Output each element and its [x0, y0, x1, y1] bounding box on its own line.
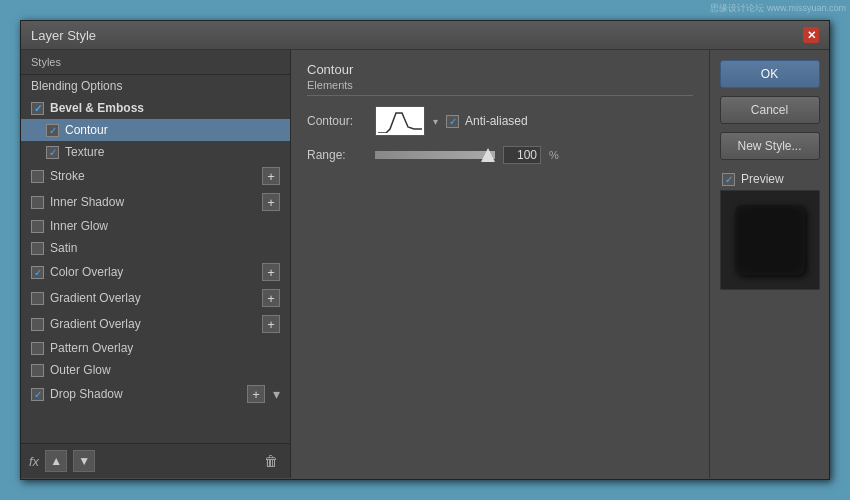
range-unit: %	[549, 149, 559, 161]
color-overlay-label: Color Overlay	[50, 265, 123, 279]
contour-preview[interactable]	[375, 106, 425, 136]
close-button[interactable]: ✕	[803, 27, 819, 43]
anti-alias-checkbox[interactable]	[446, 115, 459, 128]
left-panel-footer: fx ▲ ▼ 🗑	[21, 443, 290, 478]
contour-dropdown-arrow[interactable]: ▾	[433, 116, 438, 127]
stroke-label: Stroke	[50, 169, 85, 183]
bevel-emboss-label: Bevel & Emboss	[50, 101, 144, 115]
gradient-overlay-2-label: Gradient Overlay	[50, 317, 141, 331]
delete-button[interactable]: 🗑	[260, 450, 282, 472]
outer-glow-checkbox[interactable]	[31, 364, 44, 377]
gradient-overlay-1-checkbox[interactable]	[31, 292, 44, 305]
sidebar-item-pattern-overlay[interactable]: Pattern Overlay	[21, 337, 290, 359]
preview-label: Preview	[741, 172, 784, 186]
range-slider[interactable]	[375, 151, 495, 159]
styles-header: Styles	[21, 50, 290, 75]
contour-curve-svg	[378, 109, 422, 133]
drop-shadow-add-button[interactable]: +	[247, 385, 265, 403]
inner-shadow-label: Inner Shadow	[50, 195, 124, 209]
blending-options-label: Blending Options	[31, 79, 122, 93]
sidebar-item-inner-glow[interactable]: Inner Glow	[21, 215, 290, 237]
preview-section: Preview	[718, 172, 821, 290]
sidebar-item-outer-glow[interactable]: Outer Glow	[21, 359, 290, 381]
satin-label: Satin	[50, 241, 77, 255]
contour-field-label: Contour:	[307, 114, 367, 128]
sidebar-item-satin[interactable]: Satin	[21, 237, 290, 259]
stroke-checkbox[interactable]	[31, 170, 44, 183]
right-panel: OK Cancel New Style... Preview	[709, 50, 829, 478]
move-down-button[interactable]: ▼	[73, 450, 95, 472]
sidebar-item-gradient-overlay-1[interactable]: Gradient Overlay +	[21, 285, 290, 311]
pattern-overlay-label: Pattern Overlay	[50, 341, 133, 355]
contour-checkbox[interactable]	[46, 124, 59, 137]
preview-canvas	[720, 190, 820, 290]
sidebar-item-bevel-emboss[interactable]: Bevel & Emboss	[21, 97, 290, 119]
dialog-titlebar: Layer Style ✕	[21, 21, 829, 50]
satin-checkbox[interactable]	[31, 242, 44, 255]
layer-style-dialog: Layer Style ✕ Styles Blending Options Be…	[20, 20, 830, 480]
sidebar-item-drop-shadow[interactable]: Drop Shadow + ▾	[21, 381, 290, 407]
sidebar-item-stroke[interactable]: Stroke +	[21, 163, 290, 189]
drop-shadow-expand[interactable]: ▾	[273, 386, 280, 402]
texture-label: Texture	[65, 145, 104, 159]
range-track	[375, 151, 495, 159]
sidebar-item-blending-options[interactable]: Blending Options	[21, 75, 290, 97]
gradient-overlay-1-label: Gradient Overlay	[50, 291, 141, 305]
inner-glow-label: Inner Glow	[50, 219, 108, 233]
sidebar-item-inner-shadow[interactable]: Inner Shadow +	[21, 189, 290, 215]
anti-alias-label: Anti-aliased	[465, 114, 528, 128]
sidebar-item-contour[interactable]: Contour	[21, 119, 290, 141]
preview-checkbox-row: Preview	[722, 172, 784, 186]
watermark: 思缘设计论坛 www.missyuan.com	[710, 2, 846, 15]
styles-list: Blending Options Bevel & Emboss Contour …	[21, 75, 290, 443]
preview-shape	[735, 205, 805, 275]
range-row: Range: %	[307, 146, 693, 164]
anti-alias-row: Anti-aliased	[446, 114, 528, 128]
inner-glow-checkbox[interactable]	[31, 220, 44, 233]
dialog-title: Layer Style	[31, 28, 96, 43]
section-subtitle: Elements	[307, 79, 693, 96]
drop-shadow-label: Drop Shadow	[50, 387, 123, 401]
texture-checkbox[interactable]	[46, 146, 59, 159]
fx-label: fx	[29, 454, 39, 469]
inner-shadow-add-button[interactable]: +	[262, 193, 280, 211]
gradient-overlay-2-add-button[interactable]: +	[262, 315, 280, 333]
range-label: Range:	[307, 148, 367, 162]
center-panel: Contour Elements Contour: ▾ Anti-aliased	[291, 50, 709, 478]
sidebar-item-gradient-overlay-2[interactable]: Gradient Overlay +	[21, 311, 290, 337]
ok-button[interactable]: OK	[720, 60, 820, 88]
left-panel: Styles Blending Options Bevel & Emboss C…	[21, 50, 291, 478]
stroke-add-button[interactable]: +	[262, 167, 280, 185]
range-thumb	[481, 148, 495, 162]
pattern-overlay-checkbox[interactable]	[31, 342, 44, 355]
color-overlay-add-button[interactable]: +	[262, 263, 280, 281]
new-style-button[interactable]: New Style...	[720, 132, 820, 160]
drop-shadow-checkbox[interactable]	[31, 388, 44, 401]
inner-shadow-checkbox[interactable]	[31, 196, 44, 209]
range-value-input[interactable]	[503, 146, 541, 164]
move-up-button[interactable]: ▲	[45, 450, 67, 472]
gradient-overlay-1-add-button[interactable]: +	[262, 289, 280, 307]
contour-row: Contour: ▾ Anti-aliased	[307, 106, 693, 136]
sidebar-item-texture[interactable]: Texture	[21, 141, 290, 163]
contour-label: Contour	[65, 123, 108, 137]
dialog-body: Styles Blending Options Bevel & Emboss C…	[21, 50, 829, 478]
preview-checkbox[interactable]	[722, 173, 735, 186]
gradient-overlay-2-checkbox[interactable]	[31, 318, 44, 331]
section-title: Contour	[307, 62, 693, 77]
outer-glow-label: Outer Glow	[50, 363, 111, 377]
bevel-emboss-checkbox[interactable]	[31, 102, 44, 115]
sidebar-item-color-overlay[interactable]: Color Overlay +	[21, 259, 290, 285]
color-overlay-checkbox[interactable]	[31, 266, 44, 279]
cancel-button[interactable]: Cancel	[720, 96, 820, 124]
